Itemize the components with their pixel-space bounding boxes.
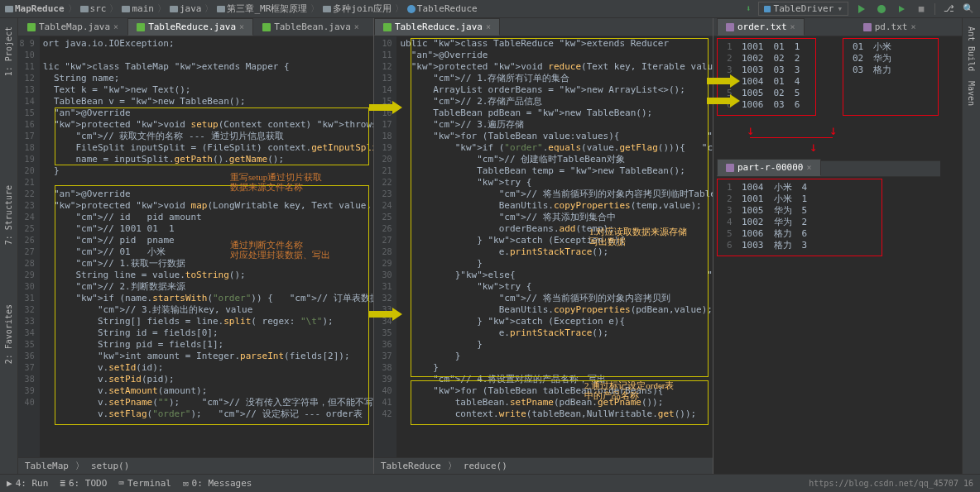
java-icon (27, 23, 36, 31)
stop-button[interactable]: ■ (915, 2, 928, 16)
arrow-join (750, 137, 833, 138)
tool-structure[interactable]: 7: Structure (2, 180, 15, 250)
arrow-down-1: ↓ (747, 122, 755, 138)
tab-tablebean[interactable]: TableBean.java× (253, 18, 368, 36)
breadcrumb: MapReduce〉 src〉 main〉 java〉 第三章_MR框架原理〉 … (5, 2, 746, 15)
class-icon (407, 5, 416, 13)
close-icon[interactable]: × (113, 22, 118, 31)
tab-tablemap[interactable]: TableMap.java× (18, 18, 127, 36)
editor-pane-right: order.txt× pd.txt× 110010112100202231003… (713, 18, 962, 474)
annotation-text-4: 2.通过标记设定order表 中的产品名称 (584, 380, 674, 400)
tabs-mid: TableReduce.java× (374, 18, 713, 36)
toolbar-right: ⬇ TableDriver▾ ■ ⎇ 🔍 (746, 2, 975, 16)
bot-messages[interactable]: ✉ 0: Messages (183, 478, 252, 489)
result-table: 11004小米421001小米131005华为541002华为251006格力6… (718, 180, 815, 253)
annotation-text-1: 重写setup通过切片获取 数据来源文件名称 (230, 172, 322, 192)
code-view-left[interactable]: 8 9 10 11 12 13 14 15 16 17 18 19 20 21 … (18, 36, 373, 457)
bot-run[interactable]: ▶ 4: Run (7, 478, 48, 489)
git-icon[interactable]: ⎇ (942, 2, 955, 16)
bot-terminal[interactable]: ⌨ Terminal (118, 478, 171, 489)
java-icon (262, 23, 271, 31)
coverage-icon (899, 6, 905, 12)
folder-icon (122, 6, 130, 12)
breadcrumb-bottom-left[interactable]: TableMap〉setup() (18, 457, 373, 474)
order-table: 1100101121002022310030334100401451005025… (718, 40, 808, 112)
editor-pane-left: TableMap.java× TableReduce.java× TableBe… (18, 18, 374, 474)
app-icon (764, 6, 771, 12)
txt-icon (726, 164, 734, 172)
bc-2[interactable]: main (122, 3, 154, 14)
separator (934, 3, 935, 15)
result-tabs: part-r-00000× (717, 160, 940, 177)
tab-order[interactable]: order.txt× (717, 18, 805, 36)
code-view-mid[interactable]: 10 11 12 13 14 15 16 17 18 19 20 21 22 2… (374, 36, 713, 457)
play-icon (858, 5, 865, 13)
tool-favorites[interactable]: 2: Favorites (2, 299, 15, 369)
tabs-right: order.txt× pd.txt× (713, 18, 962, 36)
debug-button[interactable] (875, 2, 888, 16)
bug-icon (877, 5, 886, 13)
left-tool-stripe: 1: Project 7: Structure 2: Favorites (0, 18, 18, 474)
gutter-left: 8 9 10 11 12 13 14 15 16 17 18 19 20 21 … (18, 36, 40, 457)
folder-icon (170, 6, 178, 12)
editor-pane-mid: TableReduce.java× 10 11 12 13 14 15 16 1… (374, 18, 713, 474)
txt-icon (726, 23, 734, 31)
status-text: https://blog.csdn.net/qq_45707 16 (809, 479, 973, 488)
top-toolbar: MapReduce〉 src〉 main〉 java〉 第三章_MR框架原理〉 … (0, 0, 980, 18)
search-icon[interactable]: 🔍 (962, 2, 975, 16)
tool-maven[interactable]: Maven (965, 76, 978, 111)
build-icon[interactable]: ⬇ (746, 3, 752, 14)
bc-0[interactable]: MapReduce (5, 3, 65, 14)
bc-1[interactable]: src (80, 3, 107, 14)
result-area: part-r-00000× 11004小米421001小米131005华为541… (717, 160, 940, 177)
tabs-left: TableMap.java× TableReduce.java× TableBe… (18, 18, 373, 36)
annotation-text-2: 通过判断文件名称 对应处理封装数据、写出 (230, 240, 330, 260)
tool-project[interactable]: 1: Project (2, 21, 15, 81)
close-icon[interactable]: × (790, 22, 795, 31)
tab-pd[interactable]: pd.txt× (854, 18, 925, 36)
bc-3[interactable]: java (170, 3, 202, 14)
bc-5[interactable]: 多种join应用 (323, 2, 392, 15)
close-icon[interactable]: × (239, 22, 244, 31)
folder-icon (323, 6, 331, 12)
right-tool-stripe: Ant Build Maven (962, 18, 980, 474)
tab-tablereduce-2[interactable]: TableReduce.java× (374, 18, 500, 36)
run-button[interactable] (855, 2, 868, 16)
status-bar: ▶ 4: Run ≣ 6: TODO ⌨ Terminal ✉ 0: Messa… (0, 474, 980, 492)
pd-table: 01小米02华为03格力 (844, 40, 900, 78)
txt-icon (863, 23, 872, 31)
gutter-mid: 10 11 12 13 14 15 16 17 18 19 20 21 22 2… (374, 36, 396, 457)
folder-icon (5, 6, 13, 12)
close-icon[interactable]: × (486, 22, 491, 31)
folder-icon (80, 6, 89, 12)
java-icon (137, 23, 145, 31)
data-view: 1100101121002022310030334100401451005025… (713, 36, 962, 474)
bc-4[interactable]: 第三章_MR框架原理 (217, 2, 307, 15)
tab-tablereduce[interactable]: TableReduce.java× (127, 18, 253, 36)
arrow-down-2: ↓ (829, 122, 838, 138)
main-area: 1: Project 7: Structure 2: Favorites Tab… (0, 18, 980, 474)
bot-todo[interactable]: ≣ 6: TODO (60, 478, 107, 489)
close-icon[interactable]: × (354, 22, 359, 31)
folder-icon (217, 6, 225, 12)
editor-splitter: TableMap.java× TableReduce.java× TableBe… (18, 18, 980, 474)
tab-result[interactable]: part-r-00000× (717, 159, 821, 176)
close-icon[interactable]: × (806, 163, 811, 172)
tool-ant[interactable]: Ant Build (965, 21, 978, 76)
java-icon (383, 23, 392, 31)
run-config-selector[interactable]: TableDriver▾ (758, 2, 848, 16)
bc-6[interactable]: TableReduce (407, 3, 478, 14)
arrow-down-3: ↓ (809, 139, 818, 155)
breadcrumb-bottom-mid[interactable]: TableReduce〉reduce() (374, 457, 713, 474)
coverage-button[interactable] (895, 2, 908, 16)
close-icon[interactable]: × (910, 22, 915, 31)
annotation-text-3: 1.对应读取数据来源存储 写出数据 (589, 227, 687, 246)
